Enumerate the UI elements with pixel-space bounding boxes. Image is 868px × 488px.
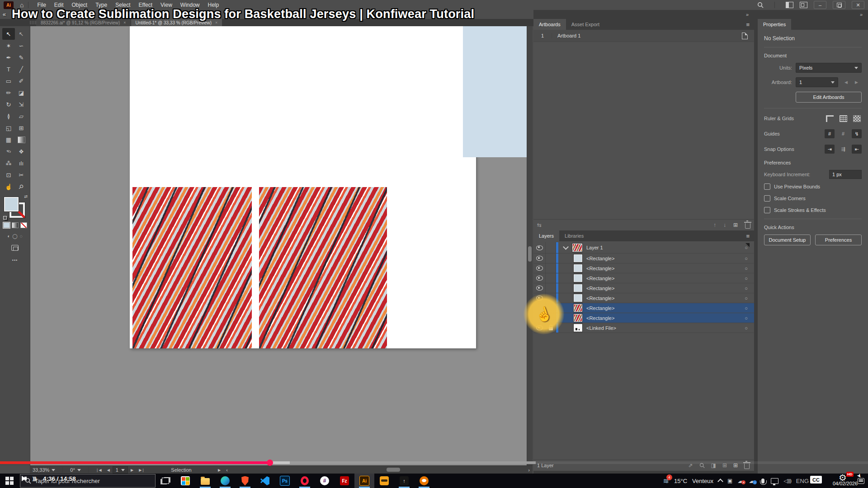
fill-stroke-control[interactable]: ⇄ [4,197,26,218]
scale-tool[interactable]: ⇲ [15,99,28,110]
panel-menu-icon[interactable]: ≡ [746,230,754,241]
display-tray-icon[interactable] [771,478,778,484]
move-down-icon[interactable]: ↓ [723,222,726,228]
status-expand-icon[interactable]: ▶ [218,468,221,472]
canvas[interactable] [30,26,533,465]
show-hidden-icons-chevron[interactable] [717,479,723,484]
layer-row[interactable]: <Rectangle> ○ [533,273,754,283]
show-guides-icon[interactable]: # [825,129,835,138]
target-circle-icon[interactable]: ○ [745,276,748,281]
panel-menu-icon[interactable]: ≡ [746,19,754,30]
blender-button[interactable] [414,474,434,488]
scroll-right-icon[interactable]: › [528,467,530,473]
volume-tray-icon[interactable]: ◁))) [783,478,791,484]
layer-name[interactable]: <Rectangle> [586,286,614,291]
pattern-rectangle-left[interactable] [132,187,252,348]
horizontal-scrollbar-thumb[interactable] [387,468,400,472]
target-circle-icon[interactable]: ○ [745,296,748,301]
lock-toggle[interactable] [546,273,556,283]
artboard-page-icon[interactable] [742,33,748,39]
brave-button[interactable] [235,474,255,488]
search-icon[interactable] [757,2,764,8]
lock-guides-icon[interactable]: # [838,129,848,138]
lock-toggle[interactable] [546,283,556,293]
screen-record-tray-icon[interactable]: ▣ [727,478,732,484]
none-button[interactable] [20,222,27,228]
selection-tool[interactable]: ↖ [2,28,15,40]
microsoft-store-button[interactable] [175,474,195,488]
weather-desc[interactable]: Venteux [692,478,713,484]
task-view-button[interactable] [156,474,175,488]
edit-toolbar-icon[interactable]: ••• [0,258,30,263]
layer-row[interactable]: <Rectangle> ○ [533,283,754,293]
filezilla-button[interactable]: Fz [335,474,354,488]
onedrive-error-icon[interactable]: ☁✕ [737,477,744,484]
draw-inside-icon[interactable]: ◌ [20,234,23,239]
delete-layer-icon[interactable] [744,464,750,469]
tab-layers[interactable]: Layers [533,230,559,241]
previous-artboard-icon[interactable]: ◀ [844,80,848,84]
language-indicator[interactable]: ENG [796,478,809,484]
lock-toggle[interactable] [546,263,556,273]
rotation-angle[interactable]: 0° [70,467,81,473]
artboard-navigation-select[interactable]: 1 [113,466,128,474]
tab-artboards[interactable]: Artboards [533,19,566,30]
collapse-panels-icon[interactable]: » [746,12,749,17]
start-button[interactable] [5,477,14,485]
microphone-tray-icon[interactable] [761,479,764,483]
expand-chevron-icon[interactable] [563,244,569,250]
target-circle-icon[interactable]: ○ [745,315,748,321]
checkbox-icon[interactable] [764,183,770,190]
layer-row[interactable]: <Rectangle> ○ [533,293,754,303]
target-circle-icon[interactable]: ○ [745,256,748,261]
layer-row-selected[interactable]: <Rectangle> ○ [533,303,754,313]
column-graph-tool[interactable]: ılı [15,157,28,169]
video-captions-button[interactable]: CC [810,476,822,483]
lock-toggle[interactable] [546,242,556,253]
vertical-scrollbar[interactable] [527,26,533,465]
target-circle-icon[interactable]: ○ [745,325,748,331]
opera-button[interactable] [295,474,315,488]
artboard-name[interactable]: Artboard 1 [552,33,742,38]
edit-artboards-button[interactable]: Edit Artboards [796,92,862,103]
paintbrush-tool[interactable]: ✐ [15,75,28,87]
photoshop-button[interactable]: Ps [275,474,295,488]
document-setup-button[interactable]: Document Setup [764,235,811,245]
snap-to-glyph-icon[interactable]: ⇶ [838,145,848,154]
visibility-toggle[interactable] [533,273,546,283]
tab-asset-export[interactable]: Asset Export [566,19,605,30]
grid-icon[interactable] [838,114,848,123]
video-progress-track-right[interactable] [536,461,868,464]
change-screen-mode-icon[interactable] [11,245,19,251]
rotate-tool[interactable]: ↻ [2,99,15,110]
next-artboard-icon[interactable]: ▶ [855,80,858,84]
onedrive-info-icon[interactable]: ☁i [749,477,755,484]
minimize-button[interactable]: – [814,1,826,9]
free-transform-tool[interactable]: ▱ [15,110,28,122]
layer-name[interactable]: <Rectangle> [586,305,614,311]
rearrange-artboards-icon[interactable]: ⇆ [537,222,542,228]
layer-name[interactable]: <Rectangle> [586,266,614,271]
toolbag-button[interactable] [374,474,394,488]
last-artboard-button[interactable]: ▶❘ [139,468,145,472]
move-up-icon[interactable]: ↑ [713,222,716,228]
artboard-select[interactable]: 1 [796,77,838,87]
vscode-button[interactable] [255,474,275,488]
arrange-documents-icon[interactable] [786,2,793,8]
snap-to-pixel-icon[interactable]: ⇤ [852,145,862,154]
previous-artboard-button[interactable]: ◀ [107,468,110,472]
use-preview-bounds-row[interactable]: Use Preview Bounds [764,183,862,190]
preferences-button[interactable]: Preferences [815,235,862,245]
layer-row-parent[interactable]: Layer 1 ○ [533,242,754,253]
ruler-icon[interactable] [825,114,835,123]
magic-wand-tool[interactable]: ✶ [2,40,15,52]
keyboard-increment-input[interactable]: 1 px [829,170,862,179]
lasso-tool[interactable]: ∽ [15,40,28,52]
edge-button[interactable] [215,474,235,488]
perspective-grid-tool[interactable]: ⊞ [15,122,28,134]
close-button[interactable]: ✕ [852,1,864,9]
layer-name[interactable]: <Linked File> [586,325,616,331]
file-explorer-button[interactable] [195,474,215,488]
taskbar-search[interactable]: Taper ici pour rechercher [20,474,156,488]
draw-behind-icon[interactable]: ◯ [12,234,17,239]
